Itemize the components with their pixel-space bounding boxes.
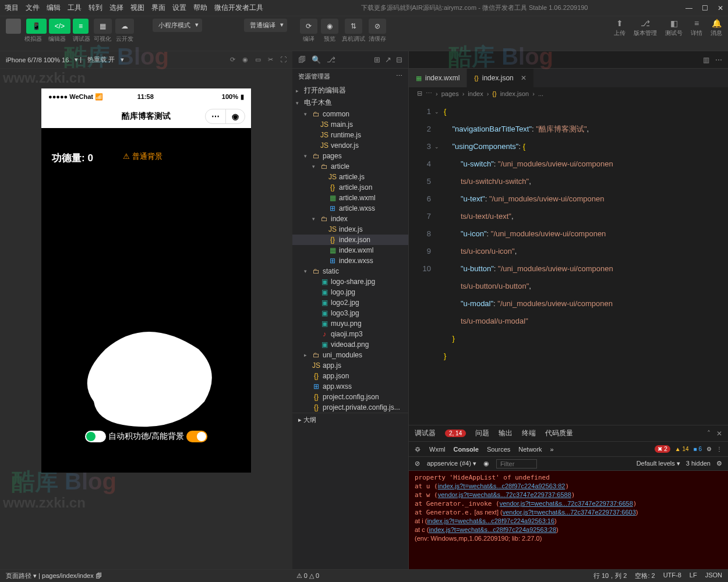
- editor-more-icon[interactable]: ⋯: [715, 56, 722, 64]
- maximize-icon[interactable]: ☐: [702, 4, 708, 12]
- menu-view[interactable]: 视图: [130, 3, 144, 13]
- context-select[interactable]: appservice (#4) ▾: [427, 460, 476, 467]
- menu-settings[interactable]: 设置: [172, 3, 186, 13]
- ext-icon[interactable]: ⊞: [374, 55, 380, 64]
- open-editors-section[interactable]: ▸打开的编辑器: [292, 84, 408, 97]
- file-item[interactable]: ▦index.wxml: [292, 245, 408, 255]
- menu-tools[interactable]: 工具: [68, 3, 82, 13]
- quality-tab[interactable]: 代码质量: [545, 428, 573, 438]
- file-item[interactable]: ⊞app.wxss: [292, 381, 408, 392]
- refresh-icon[interactable]: ⟳: [230, 56, 235, 63]
- clear-icon[interactable]: ⊘: [415, 460, 420, 467]
- menu-file[interactable]: 文件: [26, 3, 40, 13]
- code-editor[interactable]: ⌄ ⌄ 12345678910 { "navigationBarTitleTex…: [409, 100, 728, 425]
- info-count[interactable]: ■ 6: [694, 446, 702, 452]
- messages-button[interactable]: 🔔消息: [711, 19, 722, 37]
- file-item[interactable]: ▣logo-share.jpg: [292, 276, 408, 287]
- file-item[interactable]: JSmain.js: [292, 119, 408, 130]
- file-item[interactable]: ▣logo2.jpg: [292, 297, 408, 308]
- high-bg-switch[interactable]: [186, 431, 207, 442]
- folder-article[interactable]: ▾🗀article: [292, 161, 408, 172]
- file-item[interactable]: JSindex.js: [292, 224, 408, 235]
- wxml-tab[interactable]: Wxml: [429, 446, 446, 453]
- console-output[interactable]: property 'HideAppList' of undefined at u…: [409, 471, 728, 570]
- menu-goto[interactable]: 转到: [89, 3, 103, 13]
- preview-button[interactable]: ◉: [321, 19, 338, 34]
- expand-icon[interactable]: ⛶: [280, 56, 287, 63]
- file-item[interactable]: {}app.json: [292, 371, 408, 381]
- eye-icon[interactable]: ◉: [483, 460, 489, 467]
- console-settings-icon[interactable]: ⚙: [716, 460, 722, 467]
- breadcrumb[interactable]: ⊟⋯› pages› index› {}index.json› ...: [409, 87, 728, 100]
- file-item[interactable]: {}index.json: [292, 235, 408, 245]
- path-label[interactable]: 页面路径 ▾ | pages/index/index 🗐: [6, 572, 102, 580]
- terminal-tab[interactable]: 终端: [522, 428, 536, 438]
- file-item[interactable]: ▣videoad.png: [292, 339, 408, 350]
- eol-status[interactable]: LF: [690, 572, 697, 580]
- issues-status[interactable]: ⚠ 0 △ 0: [296, 572, 319, 580]
- debugger-button[interactable]: ≡: [73, 19, 89, 34]
- minimize-icon[interactable]: —: [685, 4, 692, 12]
- menu-edit[interactable]: 编辑: [47, 3, 61, 13]
- hidden-count[interactable]: 3 hidden: [686, 460, 711, 467]
- version-button[interactable]: ⎇版本管理: [634, 19, 657, 37]
- warning-count[interactable]: ▲ 14: [675, 446, 689, 452]
- menu-select[interactable]: 选择: [109, 3, 123, 13]
- console-tab[interactable]: Console: [454, 446, 479, 453]
- hotreload-label[interactable]: 热重载 开: [87, 55, 115, 64]
- device-select[interactable]: iPhone 6/7/8 100% 16: [6, 56, 69, 63]
- file-item[interactable]: ▣logo3.jpg: [292, 308, 408, 318]
- file-item[interactable]: ▦article.wxml: [292, 193, 408, 203]
- compile-button[interactable]: ⟳: [300, 19, 317, 34]
- file-item[interactable]: JSvendor.js: [292, 140, 408, 151]
- split-icon[interactable]: ▥: [703, 56, 709, 64]
- cursor-pos[interactable]: 行 10，列 2: [593, 572, 627, 580]
- debugger-tab[interactable]: 调试器: [415, 428, 436, 438]
- output-tab[interactable]: 输出: [499, 428, 513, 438]
- filter-input[interactable]: [496, 459, 537, 469]
- remote-button[interactable]: ⇅: [345, 19, 362, 34]
- language-status[interactable]: JSON: [705, 572, 722, 580]
- file-item[interactable]: {}project.private.config.js...: [292, 402, 408, 413]
- network-tab[interactable]: Network: [518, 446, 542, 453]
- tab-wxml[interactable]: ▦index.wxml: [409, 69, 467, 87]
- close-tab-icon[interactable]: ✕: [521, 74, 526, 82]
- panel-close-icon[interactable]: ✕: [716, 430, 722, 438]
- phone-icon[interactable]: ▭: [255, 56, 261, 63]
- outline-section[interactable]: ▸ 大纲: [292, 413, 408, 427]
- more-tabs-icon[interactable]: »: [550, 446, 554, 453]
- menu-help[interactable]: 帮助: [193, 3, 207, 13]
- indent-status[interactable]: 空格: 2: [635, 572, 655, 580]
- levels-select[interactable]: Default levels ▾: [637, 460, 680, 467]
- cloud-button[interactable]: ☁: [115, 19, 134, 34]
- capsule-buttons[interactable]: ⋯◉: [205, 109, 245, 124]
- avatar[interactable]: [6, 19, 21, 34]
- mode-select[interactable]: 小程序模式: [153, 19, 202, 32]
- folder-pages[interactable]: ▾🗀pages: [292, 151, 408, 161]
- sources-tab[interactable]: Sources: [487, 446, 510, 453]
- folder-static[interactable]: ▾🗀static: [292, 266, 408, 276]
- settings-icon[interactable]: ⚙: [706, 446, 712, 452]
- file-item[interactable]: ⊞index.wxss: [292, 255, 408, 266]
- search-icon[interactable]: 🔍: [312, 55, 321, 64]
- devtools-more-icon[interactable]: ⋮: [716, 446, 722, 452]
- clearcache-button[interactable]: ⊘: [369, 19, 386, 34]
- more-icon[interactable]: ↗: [385, 55, 391, 64]
- file-item[interactable]: {}project.config.json: [292, 392, 408, 402]
- menu-interface[interactable]: 界面: [151, 3, 165, 13]
- editor-button[interactable]: </>: [49, 19, 70, 34]
- file-item[interactable]: ♪qiaoji.mp3: [292, 329, 408, 339]
- close-icon[interactable]: ✕: [718, 4, 723, 12]
- simulator-button[interactable]: 📱: [26, 19, 47, 34]
- files-icon[interactable]: 🗐: [298, 55, 306, 64]
- auto-merit-switch[interactable]: [85, 431, 106, 442]
- file-item[interactable]: {}article.json: [292, 182, 408, 193]
- git-icon[interactable]: ⎇: [327, 55, 335, 64]
- inspect-icon[interactable]: ⯐: [415, 446, 421, 453]
- file-item[interactable]: ⊞article.wxss: [292, 203, 408, 214]
- folder-common[interactable]: ▾🗀common: [292, 109, 408, 119]
- file-item[interactable]: JSarticle.js: [292, 172, 408, 182]
- file-item[interactable]: ▣logo.jpg: [292, 287, 408, 297]
- visualize-button[interactable]: ▦: [94, 19, 112, 34]
- testacct-button[interactable]: ◧测试号: [665, 19, 683, 37]
